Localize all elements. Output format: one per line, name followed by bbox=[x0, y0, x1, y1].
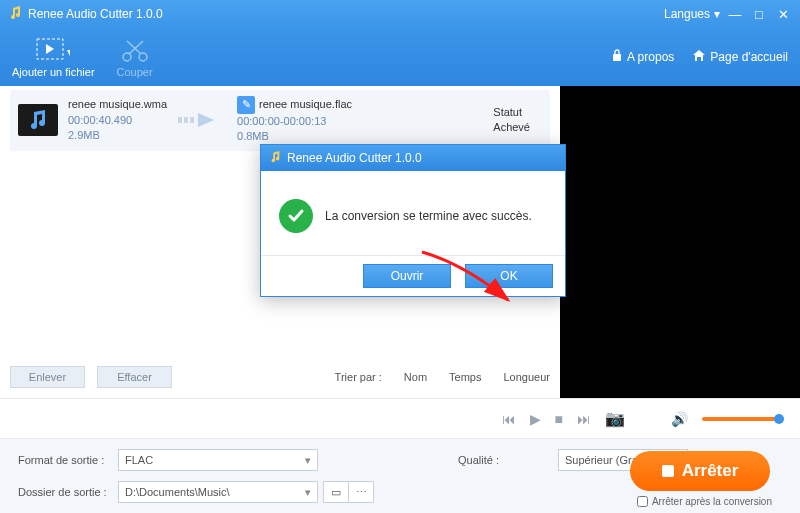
cut-label: Couper bbox=[117, 66, 153, 78]
snapshot-button[interactable]: 📷 bbox=[605, 409, 625, 428]
sort-name[interactable]: Nom bbox=[404, 371, 427, 383]
app-logo-icon bbox=[269, 151, 281, 166]
next-button[interactable]: ⏭ bbox=[577, 411, 591, 427]
volume-slider[interactable] bbox=[702, 417, 782, 421]
play-button[interactable]: ▶ bbox=[530, 411, 541, 427]
format-select[interactable]: FLAC▾ bbox=[118, 449, 318, 471]
success-dialog: Renee Audio Cutter 1.0.0 La conversion s… bbox=[260, 144, 566, 297]
remove-button[interactable]: Enlever bbox=[10, 366, 85, 388]
sort-by-label: Trier par : bbox=[335, 371, 382, 383]
svg-marker-1 bbox=[46, 44, 54, 54]
cut-button: Couper bbox=[117, 36, 153, 78]
chevron-down-icon: ▾ bbox=[305, 454, 311, 467]
source-file-duration: 00:00:40.490 bbox=[68, 113, 167, 128]
prev-button[interactable]: ⏮ bbox=[502, 411, 516, 427]
preview-panel bbox=[560, 86, 800, 398]
source-file-size: 2.9MB bbox=[68, 128, 167, 143]
svg-text:▾: ▾ bbox=[67, 45, 70, 59]
file-row[interactable]: renee musique.wma 00:00:40.490 2.9MB ✎re… bbox=[10, 90, 550, 151]
source-file-name: renee musique.wma bbox=[68, 97, 167, 112]
scissors-icon bbox=[121, 36, 149, 66]
language-dropdown[interactable]: Langues ▾ bbox=[664, 7, 720, 21]
source-file-info: renee musique.wma 00:00:40.490 2.9MB bbox=[68, 97, 167, 143]
svg-rect-10 bbox=[190, 117, 194, 123]
title-bar: Renee Audio Cutter 1.0.0 Langues ▾ — □ ✕ bbox=[0, 0, 800, 28]
convert-arrow-icon bbox=[167, 111, 237, 129]
sort-length[interactable]: Longueur bbox=[504, 371, 551, 383]
folder-label: Dossier de sortie : bbox=[18, 486, 118, 498]
dialog-open-button[interactable]: Ouvrir bbox=[363, 264, 451, 288]
minimize-button[interactable]: — bbox=[726, 7, 744, 22]
format-label: Format de sortie : bbox=[18, 454, 118, 466]
home-link[interactable]: Page d'accueil bbox=[692, 49, 788, 65]
dialog-title: Renee Audio Cutter 1.0.0 bbox=[287, 151, 422, 165]
dest-file-size: 0.8MB bbox=[237, 129, 352, 144]
quality-label: Qualité : bbox=[458, 454, 558, 466]
stop-after-checkbox[interactable]: Arrêter après la conversion bbox=[637, 496, 772, 507]
stop-after-input[interactable] bbox=[637, 496, 648, 507]
sort-controls: Trier par : Nom Temps Longueur bbox=[335, 371, 550, 383]
chevron-down-icon: ▾ bbox=[305, 486, 311, 499]
svg-rect-9 bbox=[184, 117, 188, 123]
stop-conversion-button[interactable]: Arrêter bbox=[630, 451, 770, 491]
app-logo-icon bbox=[8, 6, 22, 23]
about-link[interactable]: A propos bbox=[611, 49, 674, 65]
player-bar: ⏮ ▶ ■ ⏭ 📷 🔊 bbox=[0, 398, 800, 438]
svg-marker-11 bbox=[198, 113, 214, 127]
stop-icon bbox=[662, 465, 674, 477]
add-file-icon: ▾ bbox=[36, 36, 70, 66]
clear-button[interactable]: Effacer bbox=[97, 366, 172, 388]
dialog-ok-button[interactable]: OK bbox=[465, 264, 553, 288]
status-value: Achevé bbox=[493, 120, 530, 135]
dialog-message: La conversion se termine avec succès. bbox=[325, 209, 532, 223]
lock-icon bbox=[611, 49, 623, 65]
svg-line-5 bbox=[129, 41, 143, 54]
app-title: Renee Audio Cutter 1.0.0 bbox=[28, 7, 163, 21]
folder-select[interactable]: D:\Documents\Music\▾ bbox=[118, 481, 318, 503]
chevron-down-icon: ▾ bbox=[714, 7, 720, 21]
dialog-titlebar: Renee Audio Cutter 1.0.0 bbox=[261, 145, 565, 171]
browse-folder-button[interactable]: ⋯ bbox=[348, 481, 374, 503]
list-footer: Enlever Effacer Trier par : Nom Temps Lo… bbox=[10, 366, 550, 388]
dest-file-name: renee musique.flac bbox=[259, 98, 352, 110]
svg-line-6 bbox=[127, 41, 141, 54]
open-folder-button[interactable]: ▭ bbox=[323, 481, 349, 503]
home-icon bbox=[692, 49, 706, 65]
file-thumbnail bbox=[18, 104, 58, 136]
svg-rect-7 bbox=[613, 54, 621, 61]
success-check-icon bbox=[279, 199, 313, 233]
close-button[interactable]: ✕ bbox=[774, 7, 792, 22]
volume-icon[interactable]: 🔊 bbox=[671, 411, 688, 427]
pencil-icon: ✎ bbox=[237, 96, 255, 114]
stop-playback-button[interactable]: ■ bbox=[555, 411, 563, 427]
svg-rect-8 bbox=[178, 117, 182, 123]
dest-file-info: ✎renee musique.flac 00:00:00-00:00:13 0.… bbox=[237, 96, 352, 145]
main-toolbar: ▾ Ajouter un fichier Couper A propos Pag… bbox=[0, 28, 800, 86]
dest-file-range: 00:00:00-00:00:13 bbox=[237, 114, 352, 129]
output-panel: Format de sortie : FLAC▾ Qualité : Supér… bbox=[0, 438, 800, 513]
sort-time[interactable]: Temps bbox=[449, 371, 481, 383]
maximize-button[interactable]: □ bbox=[750, 7, 768, 22]
add-file-label: Ajouter un fichier bbox=[12, 66, 95, 78]
status-column: Statut Achevé bbox=[493, 105, 542, 136]
add-file-button[interactable]: ▾ Ajouter un fichier bbox=[12, 36, 95, 78]
status-label: Statut bbox=[493, 105, 530, 120]
